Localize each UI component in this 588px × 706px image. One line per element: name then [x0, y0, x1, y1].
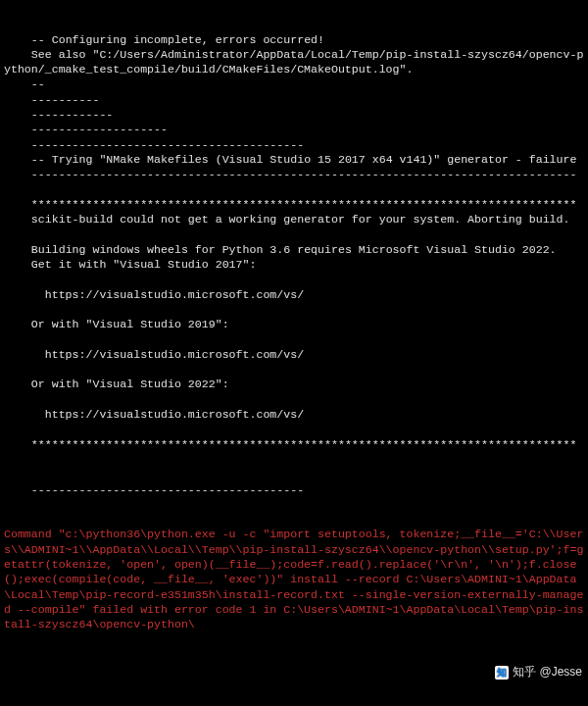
output-line	[4, 332, 584, 347]
output-line: ****************************************…	[4, 197, 584, 212]
output-line: --------------------	[4, 122, 584, 136]
output-line: -- Configuring incomplete, errors occurr…	[4, 32, 584, 47]
output-line: ----------------------------------------	[4, 137, 584, 152]
output-line: https://visualstudio.microsoft.com/vs/	[4, 287, 584, 302]
output-line: scikit-build could not get a working gen…	[4, 212, 584, 227]
output-line	[4, 272, 584, 286]
output-line: Or with "Visual Studio 2022":	[4, 377, 584, 391]
output-line: -- Trying "NMake Makefiles (Visual Studi…	[4, 152, 584, 167]
watermark: 知 知乎 @Jesse	[495, 665, 582, 681]
output-line: ****************************************…	[4, 437, 584, 452]
output-line: ----------------------------------------…	[4, 167, 584, 181]
terminal-output: -- Configuring incomplete, errors occurr…	[0, 0, 588, 706]
output-line	[4, 227, 584, 241]
watermark-label: 知乎 @Jesse	[513, 665, 582, 681]
output-line	[4, 182, 584, 197]
output-line: ----------	[4, 92, 584, 107]
output-line	[4, 422, 584, 436]
error-message: Command "c:\python36\python.exe -u -c "i…	[4, 527, 584, 631]
output-line	[4, 452, 584, 467]
output-line: --	[4, 76, 584, 91]
output-line	[4, 467, 584, 481]
output-line: https://visualstudio.microsoft.com/vs/	[4, 347, 584, 362]
output-line	[4, 362, 584, 377]
output-line: See also "C:/Users/Administrator/AppData…	[4, 47, 584, 77]
output-line: https://visualstudio.microsoft.com/vs/	[4, 407, 584, 422]
output-line	[4, 392, 584, 407]
output-line: ------------	[4, 107, 584, 122]
output-lines: -- Configuring incomplete, errors occurr…	[4, 32, 584, 497]
output-line: Get it with "Visual Studio 2017":	[4, 257, 584, 272]
output-line: Or with "Visual Studio 2019":	[4, 317, 584, 331]
output-line: ----------------------------------------	[4, 482, 584, 497]
output-line	[4, 302, 584, 317]
zhihu-icon: 知	[495, 666, 509, 680]
output-line: Building windows wheels for Python 3.6 r…	[4, 242, 584, 257]
